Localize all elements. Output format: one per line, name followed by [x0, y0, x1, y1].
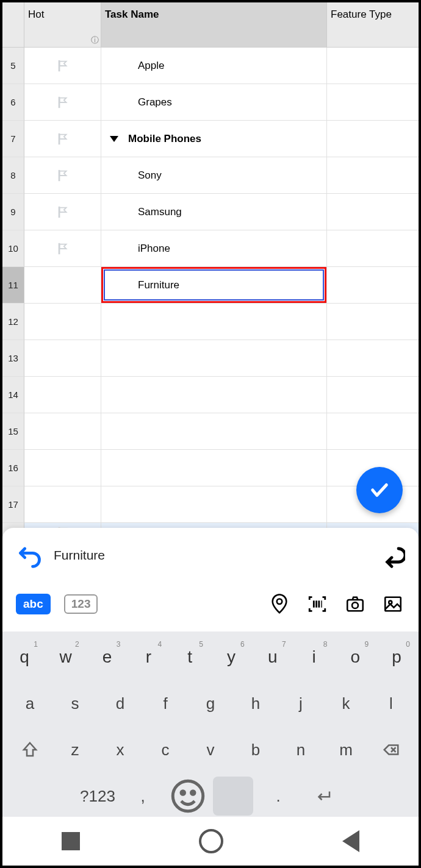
header-task-name[interactable]: Task Name [101, 2, 327, 48]
key-x[interactable]: x [100, 730, 140, 769]
row-number[interactable]: 11 [2, 267, 24, 304]
row-number[interactable]: 15 [2, 413, 24, 450]
flag-icon[interactable] [56, 96, 70, 109]
table-row[interactable]: 13 [2, 340, 419, 377]
hot-cell[interactable] [24, 486, 101, 523]
hot-cell[interactable] [24, 340, 101, 377]
header-feature-type[interactable]: Feature Type [327, 2, 419, 48]
comma-key[interactable]: , [123, 777, 163, 816]
table-row[interactable]: 14 [2, 377, 419, 413]
row-number[interactable]: 8 [2, 157, 24, 194]
row-number[interactable]: 16 [2, 450, 24, 486]
confirm-fab[interactable] [356, 467, 403, 513]
image-button[interactable] [381, 592, 405, 616]
feature-cell[interactable] [327, 267, 419, 304]
table-row[interactable]: 7Mobile Phones [2, 121, 419, 157]
task-cell[interactable] [101, 450, 327, 486]
hot-cell[interactable] [24, 230, 101, 267]
flag-icon[interactable] [56, 205, 70, 219]
key-b[interactable]: b [236, 730, 276, 769]
input-return-button[interactable] [378, 542, 405, 569]
disclosure-down-icon[interactable] [110, 136, 118, 142]
task-cell[interactable]: iPhone [101, 230, 327, 267]
flag-icon[interactable] [56, 59, 70, 73]
row-number[interactable]: 13 [2, 340, 24, 377]
key-p[interactable]: p0 [378, 638, 415, 677]
flag-icon[interactable] [56, 132, 70, 146]
table-row[interactable]: 9Samsung [2, 194, 419, 230]
table-row[interactable]: 8Sony [2, 157, 419, 194]
undo-button[interactable] [16, 542, 43, 569]
hot-cell[interactable] [24, 267, 101, 304]
row-number[interactable]: 5 [2, 48, 24, 84]
feature-cell[interactable] [327, 157, 419, 194]
key-v[interactable]: v [190, 730, 231, 769]
hot-cell[interactable] [24, 304, 101, 340]
task-cell[interactable]: Samsung [101, 194, 327, 230]
mode-123-button[interactable]: 123 [64, 594, 98, 614]
symbols-key[interactable]: ?123 [77, 777, 118, 816]
feature-cell[interactable] [327, 84, 419, 121]
key-e[interactable]: e3 [89, 638, 126, 677]
row-number[interactable]: 14 [2, 377, 24, 413]
key-f[interactable]: f [145, 684, 185, 723]
key-n[interactable]: n [281, 730, 321, 769]
key-z[interactable]: z [55, 730, 95, 769]
hot-cell[interactable] [24, 413, 101, 450]
row-number[interactable]: 12 [2, 304, 24, 340]
task-cell[interactable]: Sony [101, 157, 327, 194]
table-row[interactable]: 15 [2, 413, 419, 450]
key-h[interactable]: h [236, 684, 276, 723]
table-row[interactable]: 10iPhone [2, 230, 419, 267]
location-button[interactable] [267, 592, 292, 616]
table-row[interactable]: 16 [2, 450, 419, 486]
row-number[interactable]: 7 [2, 121, 24, 157]
input-text-value[interactable]: Furniture [54, 548, 367, 563]
feature-cell[interactable] [327, 121, 419, 157]
barcode-button[interactable] [305, 592, 329, 616]
camera-button[interactable] [343, 592, 367, 616]
space-key[interactable] [213, 777, 253, 816]
shift-key[interactable] [10, 730, 50, 769]
task-cell[interactable] [101, 486, 327, 523]
task-cell[interactable] [101, 413, 327, 450]
key-o[interactable]: o9 [337, 638, 373, 677]
table-row[interactable]: 11Furniture [2, 267, 419, 304]
feature-cell[interactable] [327, 377, 419, 413]
row-number[interactable]: 10 [2, 230, 24, 267]
hot-cell[interactable] [24, 194, 101, 230]
nav-home[interactable] [199, 829, 223, 853]
nav-recents[interactable] [62, 832, 80, 850]
key-d[interactable]: d [100, 684, 140, 723]
key-t[interactable]: t5 [171, 638, 208, 677]
row-number[interactable]: 9 [2, 194, 24, 230]
table-row[interactable]: 6Grapes [2, 84, 419, 121]
task-cell[interactable]: Mobile Phones [101, 121, 327, 157]
key-c[interactable]: c [145, 730, 185, 769]
task-cell[interactable]: Apple [101, 48, 327, 84]
key-i[interactable]: i8 [296, 638, 333, 677]
task-cell[interactable]: Grapes [101, 84, 327, 121]
period-key[interactable]: . [258, 777, 298, 816]
backspace-key[interactable] [371, 730, 411, 769]
feature-cell[interactable] [327, 304, 419, 340]
row-number[interactable]: 6 [2, 84, 24, 121]
key-a[interactable]: a [10, 684, 50, 723]
key-y[interactable]: y6 [213, 638, 250, 677]
key-r[interactable]: r4 [130, 638, 167, 677]
task-cell[interactable]: Furniture [101, 267, 327, 304]
flag-icon[interactable] [56, 242, 70, 255]
emoji-key[interactable] [168, 777, 208, 816]
header-hot[interactable]: Hot ⓘ [24, 2, 101, 48]
hot-cell[interactable] [24, 377, 101, 413]
key-s[interactable]: s [55, 684, 95, 723]
info-icon[interactable]: ⓘ [91, 35, 99, 46]
key-q[interactable]: q1 [6, 638, 43, 677]
feature-cell[interactable] [327, 194, 419, 230]
hot-cell[interactable] [24, 121, 101, 157]
row-number[interactable]: 17 [2, 486, 24, 523]
key-m[interactable]: m [326, 730, 366, 769]
hot-cell[interactable] [24, 84, 101, 121]
feature-cell[interactable] [327, 48, 419, 84]
hot-cell[interactable] [24, 48, 101, 84]
